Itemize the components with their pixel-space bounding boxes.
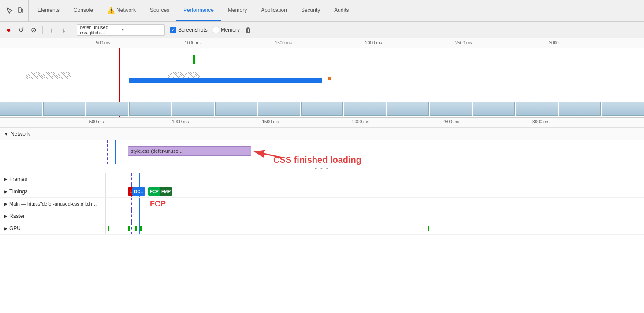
main-content: 500 ms 1000 ms 1500 ms 2000 ms 2500 ms 3…	[0, 38, 644, 313]
screenshot-thumb	[516, 102, 558, 116]
overview-blue-bar	[129, 78, 322, 83]
badge-FMP: FMP	[160, 187, 172, 196]
screenshot-thumb	[86, 102, 128, 116]
record-button[interactable]: ●	[4, 25, 14, 35]
screenshot-thumb	[215, 102, 257, 116]
lower-ruler: 500 ms 1000 ms 1500 ms 2000 ms 2500 ms 3…	[0, 118, 644, 127]
network-header[interactable]: ▼ Network	[0, 128, 644, 140]
dots-separator: • • •	[0, 164, 644, 173]
main-content-area: FCP	[106, 198, 644, 210]
screenshots-checkbox[interactable]: ✓	[170, 27, 176, 33]
overview-ruler: 500 ms 1000 ms 1500 ms 2000 ms 2500 ms 3…	[0, 38, 644, 48]
details-section: 500 ms 1000 ms 1500 ms 2000 ms 2500 ms 3…	[0, 118, 644, 313]
screenshots-checkbox-label[interactable]: ✓ Screenshots	[170, 27, 208, 33]
timings-content: L DCL FCP FMP	[106, 185, 644, 197]
svg-rect-0	[18, 8, 21, 12]
frames-blue-line	[139, 173, 140, 185]
upload-button[interactable]: ↑	[46, 25, 57, 35]
cursor-icon[interactable]	[5, 6, 14, 15]
overview-viz	[0, 48, 644, 118]
screenshot-thumb	[430, 102, 472, 116]
trash-button[interactable]: 🗑	[245, 26, 251, 33]
ruler-tick-1500: 1500 ms	[275, 41, 292, 45]
tab-elements[interactable]: Elements	[30, 0, 67, 21]
ruler-tick-2000: 2000 ms	[365, 41, 382, 45]
tab-sources[interactable]: Sources	[143, 0, 176, 21]
timings-expand-icon: ▶	[4, 188, 7, 195]
screenshot-thumb	[602, 102, 644, 116]
screenshots-strip	[0, 102, 644, 117]
timings-label[interactable]: ▶ Timings	[0, 185, 106, 197]
memory-checkbox[interactable]	[213, 27, 219, 33]
screenshot-thumb	[258, 102, 300, 116]
device-icon[interactable]	[16, 6, 25, 15]
toolbar-divider-1	[42, 26, 43, 34]
ruler-tick-3000: 3000	[549, 41, 558, 45]
tab-performance[interactable]: Performance	[176, 0, 221, 21]
main-label[interactable]: ▶ Main — https://defer-unused-css.glitch…	[0, 198, 106, 210]
tab-application[interactable]: Application	[254, 0, 294, 21]
screenshot-thumb	[172, 102, 214, 116]
ruler-tick-500: 500 ms	[96, 41, 110, 45]
chevron-down-icon: ▾	[122, 27, 162, 32]
fcp-annotation: FCP	[150, 199, 166, 209]
main-expand-icon: ▶	[4, 201, 7, 207]
frames-content	[106, 173, 644, 185]
toolbar: ● ↺ ⊘ ↑ ↓ defer-unused-css.glitch.... ▾ …	[0, 22, 644, 38]
tab-network[interactable]: ⚠️ Network	[100, 0, 143, 21]
raster-label[interactable]: ▶ Raster	[0, 210, 106, 222]
screenshot-thumb	[559, 102, 601, 116]
gpu-content	[106, 222, 644, 234]
screenshot-thumb	[301, 102, 343, 116]
gpu-blip-1	[108, 226, 109, 231]
memory-checkbox-label[interactable]: Memory	[213, 27, 240, 33]
lower-tick-3000: 3000 ms	[532, 119, 549, 124]
tab-security[interactable]: Security	[294, 0, 327, 21]
css-finished-annotation: CSS finished loading	[273, 155, 361, 165]
frames-expand-icon: ▶	[4, 176, 7, 182]
ruler-tick-2500: 2500 ms	[455, 41, 472, 45]
lower-tick-2000: 2000 ms	[352, 119, 369, 124]
refresh-button[interactable]: ↺	[16, 25, 26, 35]
main-blue-line	[139, 198, 140, 210]
tab-audits[interactable]: Audits	[327, 0, 356, 21]
download-button[interactable]: ↓	[59, 25, 69, 35]
gpu-label[interactable]: ▶ GPU	[0, 222, 106, 234]
blue-line	[115, 140, 116, 164]
main-dashed-line	[131, 198, 132, 210]
gpu-blip-5	[428, 226, 429, 231]
raster-expand-icon: ▶	[4, 213, 7, 219]
gpu-blip-4	[140, 226, 142, 231]
css-bar[interactable]: style.css (defer-unuse...	[128, 146, 251, 156]
ruler-tick-1000: 1000 ms	[185, 41, 201, 45]
raster-blue-line	[139, 210, 140, 222]
devtools-icons	[2, 0, 29, 21]
screenshot-thumb	[129, 102, 171, 116]
main-row: ▶ Main — https://defer-unused-css.glitch…	[0, 198, 644, 210]
frames-row: ▶ Frames	[0, 173, 644, 185]
screenshot-thumb	[344, 102, 386, 116]
gpu-dashed-line	[131, 222, 132, 234]
url-selector[interactable]: defer-unused-css.glitch.... ▾	[77, 24, 165, 36]
gpu-blue-line	[139, 222, 140, 234]
gpu-row: ▶ GPU	[0, 222, 644, 235]
bar-dot	[328, 77, 331, 80]
stop-button[interactable]: ⊘	[28, 25, 39, 35]
lower-tick-2500: 2500 ms	[443, 119, 459, 124]
raster-dashed-line	[131, 210, 132, 222]
tab-bar: Elements Console ⚠️ Network Sources Perf…	[0, 0, 644, 22]
timings-row: ▶ Timings L DCL FCP FMP	[0, 185, 644, 198]
svg-rect-1	[22, 9, 23, 12]
tab-console[interactable]: Console	[67, 0, 100, 21]
lower-tick-1000: 1000 ms	[172, 119, 189, 124]
overview-green-bar	[193, 55, 195, 64]
badge-FCP: FCP	[148, 187, 160, 196]
lower-tick-1500: 1500 ms	[262, 119, 279, 124]
screenshot-thumb	[43, 102, 86, 116]
network-track: style.css (defer-unuse... CSS finished l…	[0, 140, 644, 164]
network-section: ▼ Network style.css (defer-unuse...	[0, 127, 644, 164]
tab-memory[interactable]: Memory	[221, 0, 254, 21]
frames-dashed-line	[131, 173, 132, 185]
gpu-blip-3	[135, 226, 137, 231]
frames-label[interactable]: ▶ Frames	[0, 173, 106, 185]
